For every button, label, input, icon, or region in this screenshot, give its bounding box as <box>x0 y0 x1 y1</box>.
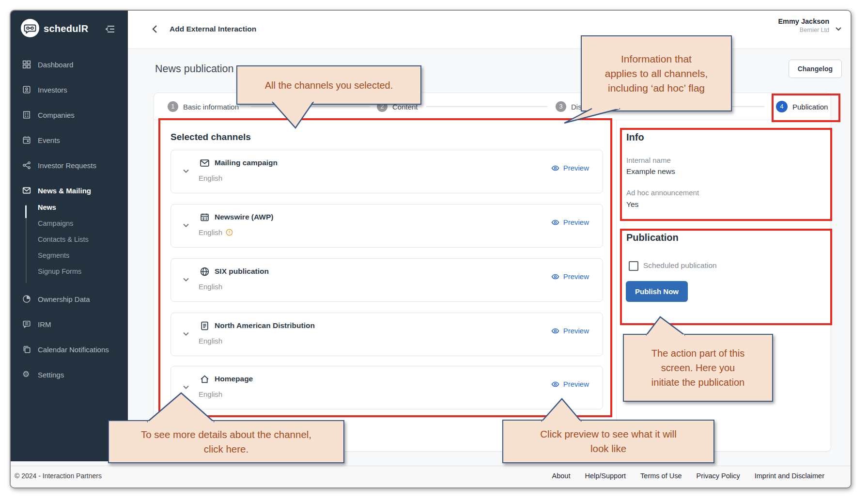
step-4-label[interactable]: Publication <box>792 103 828 111</box>
topbar: Add External Interaction Emmy Jackson Be… <box>128 11 851 49</box>
callout-details: To see more details about the channel, c… <box>108 420 344 463</box>
sidebar-item-events[interactable]: Events <box>11 133 128 148</box>
investors-icon <box>22 85 31 94</box>
callout-text: applies to all channels, <box>605 66 708 81</box>
sidebar-collapse-icon[interactable] <box>104 23 116 35</box>
user-menu[interactable]: Emmy Jackson Bernier Ltd <box>778 17 829 33</box>
channel-language: English <box>199 337 222 345</box>
callout-info: Information that applies to all channels… <box>581 35 732 111</box>
callout-text: look like <box>590 441 626 456</box>
callout-text: All the channels you selected. <box>265 78 393 93</box>
preview-button[interactable]: Preview <box>551 164 589 172</box>
scheduled-publication-label: Scheduled publication <box>643 261 717 270</box>
sidebar-item-label: Investors <box>38 86 67 94</box>
channel-name: SIX publication <box>215 267 269 276</box>
footer-link-imprint[interactable]: Imprint and Disclaimer <box>755 472 824 480</box>
page-title: News publication <box>155 63 234 75</box>
channel-language: English <box>199 390 222 398</box>
pie-chart-icon <box>22 295 31 303</box>
calendar-copy-icon <box>22 345 31 354</box>
preview-button[interactable]: Preview <box>551 380 589 388</box>
chevron-down-icon[interactable] <box>182 383 190 392</box>
channel-card-north-american-distribution: North American Distribution English Prev… <box>170 313 603 356</box>
callout-text: including ‘ad hoc’ flag <box>608 81 705 95</box>
step-1-circle[interactable]: 1 <box>168 101 178 112</box>
preview-label: Preview <box>563 380 589 388</box>
footer-link-help-support[interactable]: Help/Support <box>585 472 626 480</box>
step-4-circle[interactable]: 4 <box>776 101 788 112</box>
chevron-down-icon[interactable] <box>182 167 190 175</box>
subnav-active-indicator <box>25 205 27 218</box>
back-icon[interactable] <box>150 23 161 35</box>
preview-button[interactable]: Preview <box>551 327 589 335</box>
dashboard-icon <box>22 60 31 69</box>
footer-link-privacy[interactable]: Privacy Policy <box>697 472 740 480</box>
sidebar-item-settings[interactable]: ⚙ Settings <box>11 367 128 383</box>
chevron-down-icon[interactable] <box>182 221 190 230</box>
internal-name-label: Internal name <box>626 156 671 164</box>
sidebar-subitem-segments[interactable]: Segments <box>38 251 120 264</box>
internal-name-value: Example news <box>626 167 675 176</box>
sidebar-item-label: IRM <box>38 320 51 329</box>
sidebar-item-dashboard[interactable]: Dashboard <box>11 57 128 73</box>
sidebar-subitem-contacts-lists[interactable]: Contacts & Lists <box>38 235 120 248</box>
channel-language: English <box>199 282 222 291</box>
callout-text: Information that <box>621 52 692 66</box>
globe-icon <box>200 267 210 277</box>
ad-hoc-label: Ad hoc announcement <box>626 188 699 197</box>
sidebar-item-ownership-data[interactable]: Ownership Data <box>11 292 128 307</box>
sidebar-item-label: Events <box>38 136 60 144</box>
changelog-button[interactable]: Changelog <box>789 60 842 78</box>
chevron-down-icon[interactable] <box>834 24 843 33</box>
document-icon <box>200 321 210 331</box>
sidebar-item-label: Settings <box>38 371 64 379</box>
channel-language: English <box>199 228 233 236</box>
sidebar-item-investor-requests[interactable]: Investor Requests <box>11 158 128 173</box>
channel-card-homepage: Homepage English Preview <box>170 366 603 409</box>
step-1-label[interactable]: Basic information <box>183 103 239 111</box>
publication-heading: Publication <box>626 232 679 243</box>
newspaper-icon <box>200 212 210 222</box>
warning-icon <box>226 229 233 236</box>
copyright-text: © 2024 - Interaction Partners <box>15 472 102 480</box>
callout-text: To see more details about the channel, <box>141 427 311 442</box>
sidebar-subitem-signup-forms[interactable]: Signup Forms <box>38 267 120 280</box>
step-connector <box>426 106 547 107</box>
chevron-down-icon[interactable] <box>182 275 190 284</box>
sidebar-item-calendar-notifications[interactable]: Calendar Notifications <box>11 342 128 358</box>
sidebar-item-label: Investor Requests <box>38 161 96 170</box>
sidebar-item-irm[interactable]: IRM <box>11 317 128 332</box>
preview-button[interactable]: Preview <box>551 272 589 281</box>
sidebar-item-investors[interactable]: Investors <box>11 82 128 98</box>
scheduled-publication-checkbox[interactable] <box>629 261 638 271</box>
chat-icon <box>22 320 31 329</box>
sidebar-item-companies[interactable]: Companies <box>11 108 128 123</box>
footer-link-terms[interactable]: Terms of Use <box>640 472 682 480</box>
footer: © 2024 - Interaction Partners About Help… <box>11 466 851 487</box>
brand-logo-icon <box>20 18 40 38</box>
gear-icon: ⚙ <box>22 370 31 379</box>
preview-label: Preview <box>563 272 589 281</box>
callout-text: click here. <box>204 442 248 456</box>
chevron-down-icon[interactable] <box>182 329 190 338</box>
sidebar-subitem-campaigns[interactable]: Campaigns <box>38 220 120 232</box>
step-3-circle[interactable]: 3 <box>556 101 566 112</box>
user-company: Bernier Ltd <box>778 27 829 33</box>
home-icon <box>200 374 210 384</box>
sidebar: schedulR Dashboard Investors Companies E… <box>11 11 128 461</box>
sidebar-item-news-mailing[interactable]: News & Mailing <box>11 183 128 199</box>
preview-label: Preview <box>563 218 589 226</box>
mail-icon <box>22 186 31 195</box>
channel-name: Homepage <box>215 375 253 383</box>
sidebar-subitem-news[interactable]: News <box>38 204 120 216</box>
footer-link-about[interactable]: About <box>552 472 571 480</box>
column-divider <box>616 120 617 450</box>
page-breadcrumb-title: Add External Interaction <box>170 25 256 33</box>
events-icon <box>22 136 31 144</box>
channel-name: Newswire (AWP) <box>215 213 273 221</box>
brand-name: schedulR <box>44 23 88 34</box>
preview-button[interactable]: Preview <box>551 218 589 226</box>
preview-label: Preview <box>563 327 589 335</box>
publish-now-button[interactable]: Publish Now <box>626 281 688 302</box>
preview-label: Preview <box>563 164 589 172</box>
